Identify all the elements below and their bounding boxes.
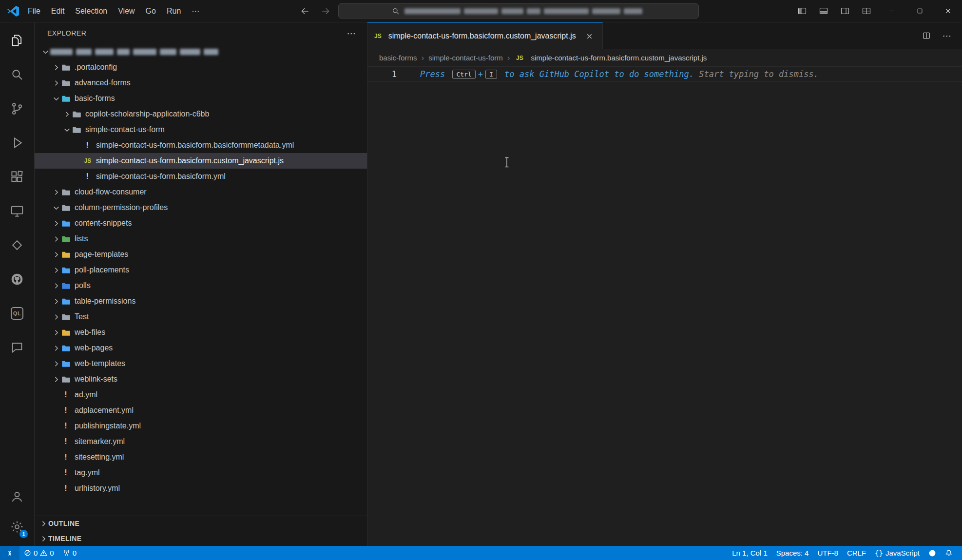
back-arrow-icon[interactable]	[297, 3, 313, 19]
chevron-right-icon	[51, 297, 61, 306]
tree-item-publishingstate-yml[interactable]: !publishingstate.yml	[35, 418, 367, 434]
status-encoding[interactable]: UTF-8	[813, 546, 843, 560]
menu-view[interactable]: View	[113, 4, 140, 19]
file-tree: .portalconfigadvanced-formsbasic-formsco…	[35, 44, 367, 496]
activity-power-platform-icon[interactable]	[0, 228, 34, 262]
activity-explorer-icon[interactable]	[0, 23, 34, 58]
tree-item-advanced-forms[interactable]: advanced-forms	[35, 75, 367, 91]
forward-arrow-icon[interactable]	[318, 3, 333, 19]
activity-codeql-icon[interactable]: QL	[0, 296, 34, 330]
section-outline[interactable]: OUTLINE	[35, 516, 367, 531]
tree-item-sitemarker-yml[interactable]: !sitemarker.yml	[35, 434, 367, 449]
tree-item-basic-forms[interactable]: basic-forms	[35, 91, 367, 106]
tab-close-icon[interactable]	[584, 30, 596, 42]
activity-remote-explorer-icon[interactable]	[0, 194, 34, 228]
tree-item-label: tag.yml	[75, 468, 100, 477]
tree-item-simple-contact-us-form-basicform-yml[interactable]: !simple-contact-us-form.basicform.yml	[35, 169, 367, 184]
remote-icon	[6, 549, 14, 557]
breadcrumb-label: simple-contact-us-form.basicform.custom_…	[531, 54, 707, 62]
menu-go[interactable]: Go	[140, 4, 161, 19]
breadcrumb-separator: ›	[507, 53, 510, 63]
folder-icon	[61, 250, 71, 259]
activity-chat-icon[interactable]	[0, 330, 34, 365]
breadcrumb: basic-forms›simple-contact-us-form›JSsim…	[367, 49, 962, 66]
tree-item-lists[interactable]: lists	[35, 231, 367, 247]
status-indentation[interactable]: Spaces: 4	[772, 546, 813, 560]
menu-edit[interactable]: Edit	[46, 4, 70, 19]
tree-item-simple-contact-us-form-basicform-basicformmetada[interactable]: !simple-contact-us-form.basicform.basicf…	[35, 137, 367, 153]
chevron-right-icon	[51, 313, 61, 321]
tree-item-web-templates[interactable]: web-templates	[35, 356, 367, 371]
folder-icon	[72, 125, 81, 135]
yaml-file-icon: !	[61, 390, 71, 399]
tree-item-poll-placements[interactable]: poll-placements	[35, 262, 367, 278]
activity-settings-icon[interactable]: 1	[0, 512, 34, 542]
tree-item-adplacement-yml[interactable]: !adplacement.yml	[35, 403, 367, 418]
current-line: 1 Press Ctrl+I to ask GitHub Copilot to …	[367, 66, 962, 82]
more-actions-icon[interactable]: ⋯	[938, 22, 956, 49]
status-notifications[interactable]	[941, 546, 957, 560]
tree-item-polls[interactable]: polls	[35, 278, 367, 293]
toggle-secondary-sidebar-icon[interactable]	[834, 0, 856, 22]
toggle-panel-icon[interactable]	[813, 0, 834, 22]
status-end-of-line[interactable]: CRLF	[843, 546, 870, 560]
remote-indicator[interactable]	[0, 546, 19, 560]
settings-badge: 1	[19, 530, 28, 538]
breadcrumb-item-basic-forms[interactable]: basic-forms	[379, 54, 417, 62]
status-problems[interactable]: 00	[19, 546, 58, 560]
activity-accounts-icon[interactable]	[0, 482, 34, 512]
breadcrumb-item-simple-contact-us-form[interactable]: simple-contact-us-form	[428, 54, 503, 62]
tree-item-test[interactable]: Test	[35, 309, 367, 325]
menu-overflow[interactable]: ⋯	[186, 4, 205, 19]
activity-search-icon[interactable]	[0, 58, 34, 92]
tree-item-column-permission-profiles[interactable]: column-permission-profiles	[35, 200, 367, 215]
status-language-mode[interactable]: {}JavaScript	[870, 546, 924, 560]
tree-item-web-pages[interactable]: web-pages	[35, 340, 367, 356]
tree-item-root[interactable]	[35, 44, 367, 59]
tree-item-label: column-permission-profiles	[75, 203, 168, 212]
explorer-more-actions-icon[interactable]: ⋯	[347, 29, 357, 38]
tree-item-label: web-pages	[75, 344, 113, 352]
tree-item-urlhistory-yml[interactable]: !urlhistory.yml	[35, 481, 367, 496]
tree-item-tag-yml[interactable]: !tag.yml	[35, 465, 367, 481]
tab-custom-javascript[interactable]: JS simple-contact-us-form.basicform.cust…	[367, 22, 603, 49]
breadcrumb-item-simple-contact-us-form-basicform-custom-javascri[interactable]: JSsimple-contact-us-form.basicform.custo…	[514, 54, 707, 62]
chevron-right-icon	[51, 63, 61, 72]
customize-layout-icon[interactable]	[856, 0, 877, 22]
toggle-primary-sidebar-icon[interactable]	[791, 0, 813, 22]
window-close-icon[interactable]	[934, 0, 962, 22]
tree-item-copilot-scholarship-application-c6bb[interactable]: copilot-scholarship-application-c6bb	[35, 106, 367, 122]
window-maximize-icon[interactable]	[905, 0, 934, 22]
editor-pane[interactable]: 1 Press Ctrl+I to ask GitHub Copilot to …	[367, 66, 962, 546]
tree-item-weblink-sets[interactable]: weblink-sets	[35, 371, 367, 387]
section-timeline[interactable]: TIMELINE	[35, 531, 367, 546]
activity-source-control-icon[interactable]	[0, 92, 34, 126]
tree-item-label: cloud-flow-consumer	[75, 188, 147, 196]
tree-item-simple-contact-us-form[interactable]: simple-contact-us-form	[35, 122, 367, 137]
redacted-root-label	[50, 47, 222, 56]
tree-item-portalconfig[interactable]: .portalconfig	[35, 59, 367, 75]
tree-item-cloud-flow-consumer[interactable]: cloud-flow-consumer	[35, 184, 367, 200]
activity-github-icon[interactable]	[0, 262, 34, 296]
menu-run[interactable]: Run	[161, 4, 186, 19]
activity-extensions-icon[interactable]	[0, 160, 34, 194]
split-editor-icon[interactable]	[917, 22, 936, 49]
tree-item-content-snippets[interactable]: content-snippets	[35, 215, 367, 231]
window-minimize-icon[interactable]	[877, 0, 905, 22]
tree-item-web-files[interactable]: web-files	[35, 325, 367, 340]
menu-file[interactable]: File	[22, 4, 46, 19]
activity-run-and-debug-icon[interactable]	[0, 126, 34, 160]
tree-item-simple-contact-us-form-basicform-custom-javascri[interactable]: JSsimple-contact-us-form.basicform.custo…	[35, 153, 367, 169]
tree-item-label: polls	[75, 281, 91, 290]
tree-item-page-templates[interactable]: page-templates	[35, 247, 367, 262]
tree-item-ad-yml[interactable]: !ad.yml	[35, 387, 367, 403]
chevron-right-icon	[51, 235, 61, 243]
yaml-file-icon: !	[61, 406, 71, 415]
status-copilot[interactable]	[924, 546, 941, 560]
status-forwarded-ports[interactable]: 0	[58, 546, 81, 560]
menu-selection[interactable]: Selection	[70, 4, 113, 19]
tree-item-table-permissions[interactable]: table-permissions	[35, 293, 367, 309]
tree-item-sitesetting-yml[interactable]: !sitesetting.yml	[35, 449, 367, 465]
status-cursor-position[interactable]: Ln 1, Col 1	[728, 546, 772, 560]
search-command-center[interactable]	[338, 3, 699, 19]
